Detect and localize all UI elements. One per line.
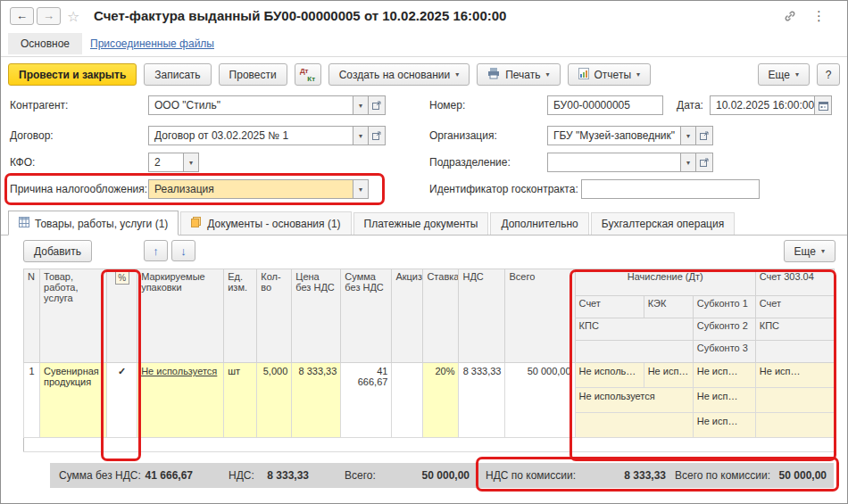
create-on-basis-button[interactable]: Создать на основании ▾ — [328, 63, 470, 86]
podrazdelenie-open-icon[interactable] — [696, 153, 713, 172]
organizaciya-dropdown-icon[interactable]: ▾ — [681, 126, 696, 145]
tab-dokumenty-osnovaniya[interactable]: Документы - основания (1) — [180, 211, 351, 235]
kontragent-open-icon[interactable] — [369, 95, 386, 115]
dogovor-open-icon[interactable] — [369, 126, 386, 145]
tab-tovary-raboty-uslugi[interactable]: Товары, работы, услуги (1) — [8, 211, 179, 235]
col-header-subkonto3[interactable]: Субконто 3 — [693, 341, 755, 363]
more-button[interactable]: Еще ▾ — [758, 63, 810, 86]
podrazdelenie-dropdown-icon[interactable]: ▾ — [681, 153, 696, 172]
cell-row-number[interactable]: 1 — [24, 363, 40, 438]
cell-tovar[interactable]: Сувенирная продукция — [40, 363, 107, 438]
col-group-schet-303[interactable]: Счет 303.04 — [755, 269, 834, 296]
col-header-subkonto1[interactable]: Субконто 1 — [693, 296, 755, 318]
dogovor-dropdown-icon[interactable]: ▾ — [353, 126, 369, 145]
kfo-input[interactable]: 2 — [148, 153, 184, 172]
dt-kt-button[interactable]: Дт Кт — [295, 63, 321, 86]
move-down-button[interactable]: ↓ — [171, 240, 195, 261]
total-vsego-value: 50 000,00 — [407, 469, 470, 482]
dogovor-input[interactable]: Договор от 03.02.2025 № 1 — [148, 126, 353, 145]
cell-nach-kps[interactable]: Не используется — [575, 388, 693, 413]
podrazdelenie-input[interactable] — [547, 153, 681, 172]
cell-stavka[interactable]: 20% — [423, 363, 459, 438]
col-header-subkonto2[interactable]: Субконто 2 — [693, 318, 755, 341]
cell-nach-subkonto2[interactable]: Не исп… — [693, 388, 755, 413]
get-link-icon[interactable] — [783, 9, 797, 26]
col-header-tovar[interactable]: Товар, работа, услуга — [40, 269, 107, 363]
col-header-stavka[interactable]: Ставка — [423, 269, 459, 363]
command-bar-right: Еще ▾ ? — [758, 63, 840, 86]
col-header-kps[interactable]: КПС — [575, 318, 693, 341]
cell-summa[interactable]: 41 666,67 — [341, 363, 392, 438]
report-icon — [578, 68, 589, 82]
organizaciya-input[interactable]: ГБУ "Музей-заповедник" — [547, 126, 681, 145]
cell-cena[interactable]: 8 333,33 — [292, 363, 341, 438]
col-header-n[interactable]: N — [24, 269, 40, 363]
col-header-schet[interactable]: Счет — [575, 296, 644, 318]
favorites-star-icon[interactable]: ☆ — [67, 8, 79, 25]
cell-schet303-kps[interactable] — [755, 388, 834, 413]
tab-platezhnye-dokumenty[interactable]: Платежные документы — [353, 212, 489, 235]
cell-nach-schet[interactable]: Не исполь… — [575, 363, 644, 388]
nomer-input[interactable]: БУ00-00000005 — [547, 95, 663, 115]
kontragent-dropdown-icon[interactable]: ▾ — [353, 95, 369, 115]
calendar-icon[interactable] — [815, 95, 832, 115]
col-header-kolvo[interactable]: Кол-во — [257, 269, 292, 363]
cell-nach-kek[interactable]: Не исп… — [644, 363, 693, 388]
col-header-schet303-schet[interactable]: Счет — [755, 296, 834, 318]
cell-markiruemye[interactable]: Не используется — [137, 363, 224, 438]
reports-button[interactable]: Отчеты ▾ — [568, 63, 652, 86]
ne-ispolzuetsya-link[interactable]: Не используется — [141, 366, 217, 376]
forward-button[interactable]: → — [37, 7, 61, 25]
window-more-icon[interactable]: ⋮ — [812, 8, 826, 24]
post-button[interactable]: Провести — [219, 63, 287, 86]
col-header-ed[interactable]: Ед. изм. — [224, 269, 257, 363]
col-header-vsego[interactable]: Всего — [505, 269, 575, 363]
cell-nach-kps2[interactable] — [575, 413, 693, 438]
tab-buhgalterskaya-operaciya[interactable]: Бухгалтерская операция — [591, 212, 735, 235]
nav-row: Основное Присоединенные файлы — [1, 31, 847, 57]
prichina-field: Реализация ▾ — [148, 179, 369, 199]
cell-vat-flag[interactable]: ✓ — [107, 363, 137, 438]
cell-nach-subkonto3[interactable]: Не исп… — [693, 413, 755, 438]
cell-akciz[interactable] — [392, 363, 423, 438]
cell-nds[interactable]: 8 333,33 — [459, 363, 505, 438]
add-row-button[interactable]: Добавить — [23, 240, 92, 262]
post-and-close-button[interactable]: Провести и закрыть — [8, 63, 137, 86]
prichina-dropdown-icon[interactable]: ▾ — [353, 179, 369, 199]
dogovor-label: Договор: — [10, 129, 54, 142]
attached-files-link[interactable]: Присоединенные файлы — [90, 37, 214, 50]
nav-tab-main[interactable]: Основное — [8, 33, 82, 54]
prichina-input[interactable]: Реализация — [148, 179, 353, 199]
col-header-summa[interactable]: Сумма без НДС — [341, 269, 392, 363]
back-button[interactable]: ← — [10, 7, 34, 25]
col-header-cena[interactable]: Цена без НДС — [292, 269, 341, 363]
total-vsego-komissii-value: 50 000,00 — [766, 469, 827, 482]
goskontrakt-label: Идентификатор госконтракта: — [429, 183, 578, 195]
grid-more-button[interactable]: Еще ▾ — [784, 240, 836, 262]
cell-kolvo[interactable]: 5,000 — [257, 363, 292, 438]
cell-nach-subkonto1[interactable]: Не исп… — [693, 363, 755, 388]
col-header-akciz[interactable]: Акциз — [392, 269, 423, 363]
organizaciya-open-icon[interactable] — [696, 126, 713, 145]
data-input[interactable]: 10.02.2025 16:00:00 — [710, 95, 815, 115]
print-button[interactable]: Печать ▾ — [477, 63, 560, 86]
write-button[interactable]: Записать — [144, 63, 211, 86]
cell-schet303-empty[interactable] — [755, 413, 834, 438]
col-header-vat-edit[interactable]: % — [107, 269, 137, 363]
kfo-dropdown-icon[interactable]: ▾ — [184, 153, 199, 172]
cell-vsego[interactable]: 50 000,00 — [505, 363, 575, 438]
col-header-schet303-kps[interactable]: КПС — [755, 318, 834, 341]
goskontrakt-input[interactable] — [581, 179, 760, 199]
grid-empty-area[interactable] — [24, 438, 835, 452]
move-up-button[interactable]: ↑ — [144, 240, 168, 261]
data-field: 10.02.2025 16:00:00 — [710, 95, 832, 115]
kontragent-input[interactable]: ООО "Стиль" — [148, 95, 353, 115]
cell-schet303-schet[interactable]: Не исп… — [755, 363, 834, 388]
cell-ed[interactable]: шт — [224, 363, 257, 438]
col-header-markiruemye[interactable]: Маркируемые упаковки — [137, 269, 224, 363]
help-button[interactable]: ? — [817, 63, 840, 86]
col-group-nachislenie[interactable]: Начисление (Дт) — [575, 269, 755, 296]
col-header-nds[interactable]: НДС — [459, 269, 505, 363]
col-header-kek[interactable]: КЭК — [644, 296, 693, 318]
tab-dopolnitelno[interactable]: Дополнительно — [490, 212, 588, 235]
